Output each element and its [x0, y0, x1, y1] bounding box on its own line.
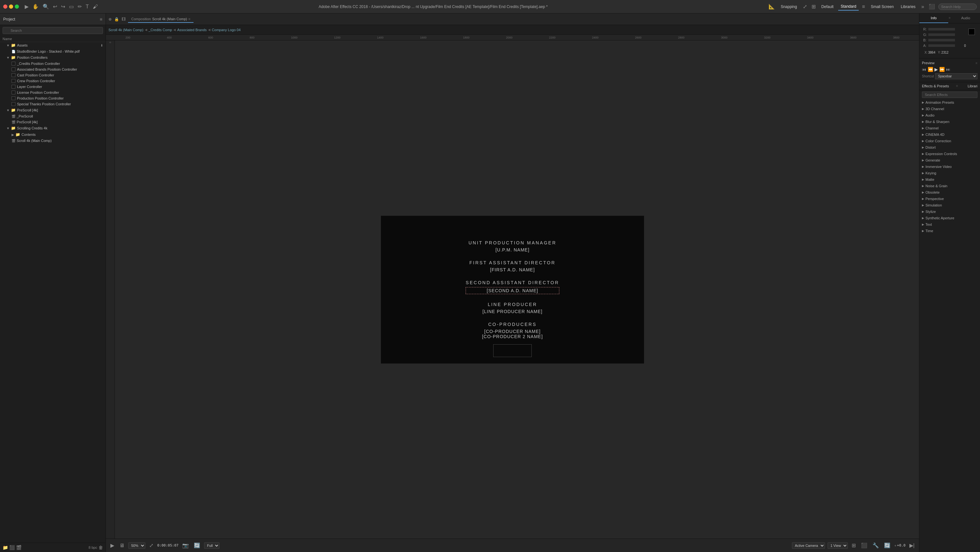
effect-cat-stylize[interactable]: ▶ Stylize [920, 208, 980, 215]
tree-special-pc[interactable]: Special Thanks Position Controller [0, 101, 106, 107]
tree-assocbrands-pc[interactable]: Associated Brands Positioin Controller [0, 67, 106, 72]
right-expand-icon[interactable]: ▶| [908, 541, 916, 550]
checkbox-cast-pc[interactable] [11, 73, 15, 77]
tree-toggle-assets[interactable]: ▼ [6, 44, 10, 47]
ws-small[interactable]: Small Screen [868, 3, 896, 10]
redo-icon[interactable]: ↪ [60, 2, 67, 11]
tab-menu-icon[interactable]: ≡ [948, 13, 951, 23]
effect-cat-text[interactable]: ▶ Text [920, 221, 980, 228]
maximize-button[interactable] [15, 5, 19, 9]
effect-cat-animation[interactable]: ▶ Animation Presets [920, 99, 980, 106]
checkbox-license-pc[interactable] [11, 91, 15, 94]
prev-step-fwd-btn[interactable]: ⏩ [939, 67, 945, 72]
grid-icon[interactable]: ⊞ [810, 2, 817, 11]
ws-more-icon[interactable]: » [920, 3, 926, 11]
effect-cat-immersive[interactable]: ▶ Immersive Video [920, 163, 980, 170]
tree-license-pc[interactable]: License Position Controller [0, 89, 106, 96]
new-folder-icon[interactable]: 📁 [3, 545, 8, 550]
effect-cat-perspective[interactable]: ▶ Perspective [920, 196, 980, 202]
checkbox-crew-pc[interactable] [11, 79, 15, 83]
prev-play-btn[interactable]: ▶ [934, 67, 938, 72]
tree-position-controllers-folder[interactable]: ▼ 📁 Position Controllers [0, 54, 106, 61]
project-search-input[interactable] [3, 27, 103, 34]
delete-icon[interactable]: 🗑 [99, 545, 103, 550]
refresh-icon[interactable]: 🔄 [192, 541, 202, 550]
paint-tool-icon[interactable]: 🖌 [91, 3, 99, 11]
tree-toggle-contents[interactable]: ▶ [11, 133, 14, 136]
effect-cat-matte[interactable]: ▶ Matte [920, 176, 980, 183]
tree-toggle-prescroll[interactable]: ▼ [6, 108, 10, 112]
shortcut-select[interactable]: Spacebar [935, 73, 977, 79]
tree-production-pc[interactable]: Production Position Controller [0, 96, 106, 101]
comp-tab-menu[interactable]: ≡ [188, 17, 190, 21]
comp-main-tab[interactable]: Composition Scroll 4k (Main Comp) ≡ [128, 16, 194, 23]
bc-credits-comp[interactable]: _Credits Comp [149, 28, 172, 32]
tree-assets-folder[interactable]: ▼ 📁 Assets ⬇ [0, 42, 106, 48]
comp-lock-icon[interactable]: 🔒 [114, 17, 119, 22]
ws-standard[interactable]: Standard [838, 3, 859, 11]
snapping-label[interactable]: Snapping [778, 3, 800, 10]
effect-cat-synthetic[interactable]: ▶ Synthetic Aperture [920, 215, 980, 221]
effect-cat-audio[interactable]: ▶ Audio [920, 112, 980, 118]
effect-cat-3d[interactable]: ▶ 3D Channel [920, 106, 980, 112]
effect-cat-channel[interactable]: ▶ Channel [920, 125, 980, 131]
bc-company-logo[interactable]: Company Logo 04 [212, 28, 241, 32]
effect-cat-cinema4d[interactable]: ▶ CINEMA 4D [920, 131, 980, 138]
checkbox-layer-pc[interactable] [11, 85, 15, 89]
transparency-icon[interactable]: ⬛ [860, 541, 869, 550]
shape-tools-icon[interactable]: ▭ [68, 2, 75, 11]
ws-menu-icon[interactable]: ≡ [861, 3, 866, 11]
help-search-input[interactable] [938, 3, 977, 10]
libraries-tab[interactable]: Librari [967, 84, 977, 88]
checkbox-assocbrands-pc[interactable] [11, 67, 15, 71]
prev-to-end-btn[interactable]: ⏭ [946, 67, 950, 72]
effect-cat-blur[interactable]: ▶ Blur & Sharpen [920, 118, 980, 125]
capture-icon[interactable]: ⬛ [928, 2, 936, 11]
project-panel-menu-icon[interactable]: ≡ [100, 17, 102, 22]
type-tool-icon[interactable]: T [84, 3, 90, 11]
effect-cat-time[interactable]: ▶ Time [920, 228, 980, 234]
tree-prescroll-folder[interactable]: ▼ 📁 PreScroll [4k] [0, 107, 106, 113]
pen-tool-icon[interactable]: ✏ [76, 2, 83, 11]
checkbox-special-pc[interactable] [11, 102, 15, 106]
view-select[interactable]: 1 View [827, 542, 848, 549]
audio-tab[interactable]: Audio [951, 13, 980, 23]
camera-icon[interactable]: 📷 [181, 541, 190, 550]
prev-to-start-btn[interactable]: ⏮ [922, 67, 926, 72]
effect-cat-simulation[interactable]: ▶ Simulation [920, 202, 980, 208]
info-tab[interactable]: Info [920, 13, 948, 23]
effect-cat-noise[interactable]: ▶ Noise & Grain [920, 183, 980, 189]
zoom-tool-icon[interactable]: 🔍 [41, 2, 50, 11]
checkbox-credits-pc[interactable] [11, 62, 15, 65]
hand-tool-icon[interactable]: ✋ [31, 2, 40, 11]
effect-cat-distort[interactable]: ▶ Distort [920, 144, 980, 151]
effects-search-input[interactable] [922, 91, 977, 98]
minimize-button[interactable] [9, 5, 13, 9]
prev-step-back-btn[interactable]: ⏪ [928, 67, 933, 72]
resize-icon[interactable]: ⤢ [148, 541, 155, 550]
expand-icon[interactable]: ⤢ [802, 2, 808, 11]
new-comp-icon[interactable]: 🎬 [16, 545, 22, 550]
checkbox-production-pc[interactable] [11, 96, 15, 100]
tree-toggle-pc[interactable]: ▼ [6, 56, 10, 59]
import-icon[interactable]: ⬛ [9, 545, 15, 550]
comp-monitor-icon[interactable]: 🖥 [118, 541, 126, 550]
effect-cat-keying[interactable]: ▶ Keying [920, 170, 980, 176]
comp-close-icon[interactable]: ⊗ [108, 17, 112, 22]
tree-crew-pc[interactable]: Crew Position Controller [0, 78, 106, 84]
tree-layer-pc[interactable]: Layer Controller [0, 84, 106, 89]
tree-contents[interactable]: ▶ 📁 Contents [0, 131, 106, 138]
motion-blur-icon[interactable]: 🔄 [883, 541, 892, 550]
comp-preview-icon[interactable]: ▶ [109, 541, 116, 550]
tree-scroll-main[interactable]: 🎬 Scroll 4k (Main Comp) [0, 138, 106, 144]
effect-cat-generate[interactable]: ▶ Generate [920, 157, 980, 163]
tree-scrolling-folder[interactable]: ▼ 📁 Scrolling Credits 4k [0, 125, 106, 131]
tree-prescroll-4k[interactable]: 🎬 PreScroll [4k] [0, 119, 106, 125]
effect-cat-obsolete[interactable]: ▶ Obsolete [920, 189, 980, 196]
zoom-select[interactable]: 50% [128, 542, 145, 549]
bc-assoc-brands[interactable]: Associated Brands [177, 28, 207, 32]
tree-cast-pc[interactable]: Cast Position Controller [0, 72, 106, 78]
camera-view-select[interactable]: Active Camera [792, 542, 825, 549]
ws-default[interactable]: Default [819, 3, 836, 10]
tree-prescroll-file[interactable]: 🎬 _PreScroll [0, 113, 106, 119]
